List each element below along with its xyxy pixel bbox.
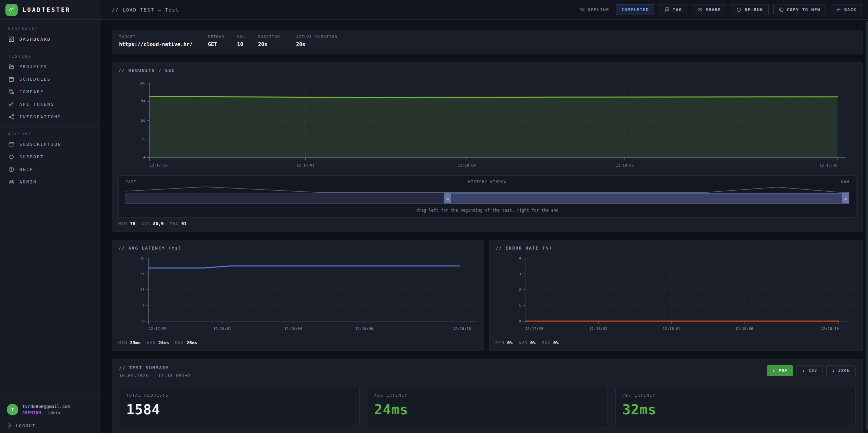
sidebar-item-label: API TOKENS [19,102,54,107]
svg-text:12:18:06: 12:18:06 [355,327,373,331]
sidebar: LOADTESTER DASHBOARD DASHBOARD TESTING P… [0,0,100,433]
history-sparkline [126,186,849,193]
sidebar-item-label: PROJECTS [19,64,47,69]
history-window-label: HISTORY WINDOW [126,180,849,184]
credit-card-icon [8,141,15,147]
history-slider[interactable]: = = [126,186,849,204]
offline-indicator: OFFLINE [579,7,609,13]
export-json-button[interactable]: ↓ JSON [826,365,856,376]
avatar: T [7,404,18,415]
avg-latency-chart: 0714212812:17:5912:18:0112:18:0412:18:06… [118,253,478,337]
scrollbar [866,21,868,432]
svg-text:12:18:06: 12:18:06 [735,327,753,331]
sidebar-item-api-tokens[interactable]: API TOKENS [0,98,100,111]
error-rate-panel: // ERROR RATE (%) 0123412:17:5912:18:011… [489,240,863,351]
panel-title: // AVG LATENCY (ms) [118,245,478,251]
grid-icon [8,36,15,42]
download-icon: ↓ [802,368,805,373]
topbar: // LOAD TEST — Test OFFLINE COMPLETED TA… [100,0,868,20]
history-labels: PAST HISTORY WINDOW NOW [126,180,849,184]
requests-per-sec-panel: // REQUESTS / SEC 025507510012:17:5912:1… [112,62,863,232]
total-requests-card: TOTAL REQUESTS 1584 [119,387,360,427]
svg-text:12:18:04: 12:18:04 [662,327,680,331]
target-url: https://cloud-native.hr/ [119,41,208,47]
svg-text:1: 1 [519,303,521,308]
copy-icon [779,7,784,12]
main-area: // LOAD TEST — Test OFFLINE COMPLETED TA… [100,0,868,433]
sidebar-item-projects[interactable]: PROJECTS [0,60,100,73]
svg-text:12:18:10: 12:18:10 [453,327,471,331]
logout-button[interactable]: LOGOUT [7,423,93,428]
sidebar-item-label: HELP [19,167,33,172]
sidebar-item-integrations[interactable]: INTEGRATIONS [0,111,100,123]
error-stats: MIN0% AVG0% MAX0% [496,340,856,345]
share-link-icon [697,7,702,12]
export-csv-button[interactable]: ↓ CSV [796,365,823,376]
svg-text:12:18:04: 12:18:04 [458,163,476,168]
back-button[interactable]: BACK [831,4,862,15]
svg-text:0: 0 [143,156,146,160]
summary-title: // TEST SUMMARY [119,365,191,370]
sidebar-item-label: ADMIN [19,179,37,184]
copy-to-new-button[interactable]: COPY TO NEW [773,4,826,15]
export-buttons: ↓ PDF ↓ CSV ↓ JSON [767,365,856,376]
share-button[interactable]: SHARE [692,4,726,15]
download-icon: ↓ [832,368,835,373]
svg-text:2: 2 [519,288,521,292]
user-plan: PREMIUM · admin [22,411,70,415]
p95-latency-value: 32ms [622,402,849,417]
history-segment-selected [448,193,849,203]
svg-text:100: 100 [139,81,146,85]
svg-text:12:18:06: 12:18:06 [616,163,634,168]
svg-text:12:18:01: 12:18:01 [296,163,314,168]
user-role: admin [48,411,60,415]
history-hint: drag left for the beginning of the test,… [126,208,849,213]
sidebar-item-subscription[interactable]: SUBSCRIPTION [0,138,100,151]
svg-text:75: 75 [141,100,146,104]
svg-text:50: 50 [141,118,146,123]
svg-text:14: 14 [140,288,145,292]
back-arrow-icon [836,7,841,12]
p95-latency-card: P95 LATENCY 32ms [615,387,856,427]
sidebar-nav: DASHBOARD DASHBOARD TESTING PROJECTS SCH [0,20,100,188]
plan-badge: PREMIUM [22,411,41,415]
help-icon [8,166,15,173]
latency-stats: MIN23ms AVG24ms MAX26ms [118,340,478,345]
history-slider-track[interactable]: = = [126,193,849,204]
tag-button[interactable]: TAG [659,4,687,15]
users-icon [8,179,15,185]
rerun-button[interactable]: RE-RUN [731,4,768,15]
sidebar-item-dashboard[interactable]: DASHBOARD [0,33,100,45]
svg-text:12:17:59: 12:17:59 [525,327,543,331]
svg-text:25: 25 [141,137,146,141]
sidebar-item-schedules[interactable]: SCHEDULES [0,73,100,85]
export-pdf-button[interactable]: ↓ PDF [767,365,793,376]
svg-text:0: 0 [142,319,144,323]
app-root: LOADTESTER DASHBOARD DASHBOARD TESTING P… [0,0,868,433]
calendar-icon [8,76,15,82]
status-badge: COMPLETED [616,4,654,15]
error-rate-chart: 0123412:17:5912:18:0112:18:0412:18:0612:… [496,253,856,337]
sidebar-item-help[interactable]: HELP [0,163,100,176]
duration-column: DURATION 20s [258,35,296,50]
chat-icon [8,154,15,160]
sidebar-item-admin[interactable]: ADMIN [0,176,100,188]
svg-text:7: 7 [142,303,144,308]
summary-datetime: 16.04.2026 — 12:18 GMT+2 [119,373,191,378]
nav-section-label: DASHBOARD [0,22,100,33]
sidebar-item-compare[interactable]: COMPARE [0,85,100,98]
sidebar-item-label: SUBSCRIPTION [19,142,61,147]
offline-label: OFFLINE [588,7,609,12]
plan-separator: · [43,411,46,415]
actual-duration-column: ACTUAL DURATION 20s [296,35,337,50]
history-handle-start[interactable]: = [444,193,451,203]
sidebar-item-support[interactable]: SUPPORT [0,151,100,163]
svg-text:0: 0 [519,319,521,323]
brand: LOADTESTER [0,0,100,20]
sidebar-item-label: DASHBOARD [19,37,51,42]
history-segment-past [126,193,448,203]
wifi-off-icon [579,7,585,13]
history-window-box: PAST HISTORY WINDOW NOW = = drag lef [118,175,856,218]
history-handle-end[interactable]: = [842,193,849,203]
scrollbar-thumb[interactable] [866,21,868,430]
